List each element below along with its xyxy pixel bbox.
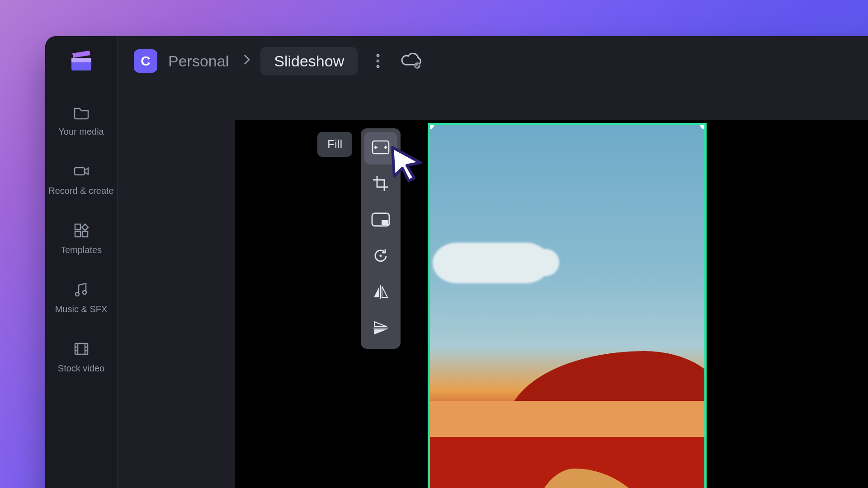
svg-rect-4 — [75, 231, 80, 237]
svg-rect-21 — [382, 220, 388, 225]
flip-vertical-icon — [372, 320, 390, 338]
sidebar-item-your-media[interactable]: Your media — [45, 96, 118, 143]
pip-button[interactable] — [364, 204, 397, 237]
svg-rect-5 — [82, 231, 88, 237]
crop-button[interactable] — [364, 168, 397, 201]
sidebar-item-templates[interactable]: Templates — [45, 214, 118, 262]
crop-icon — [372, 174, 390, 194]
rotate-button[interactable] — [364, 240, 397, 273]
sidebar-item-label: Your media — [58, 127, 104, 137]
svg-point-16 — [377, 60, 379, 62]
camera-icon — [71, 161, 91, 181]
svg-rect-1 — [71, 58, 91, 62]
breadcrumb-project[interactable]: Slideshow — [260, 47, 358, 75]
app-window: Your media Record & create Templates — [45, 36, 868, 488]
svg-point-22 — [380, 255, 382, 257]
selected-clip[interactable] — [428, 123, 707, 488]
sidebar-item-label: Music & SFX — [55, 304, 108, 314]
sidebar-item-record-create[interactable]: Record & create — [45, 155, 118, 202]
workspace-badge[interactable]: C — [134, 49, 157, 73]
preview-canvas[interactable] — [235, 120, 868, 488]
flip-horizontal-icon — [372, 284, 390, 302]
pip-icon — [371, 212, 391, 229]
svg-point-7 — [83, 291, 86, 294]
sidebar-item-label: Stock video — [58, 363, 104, 374]
svg-point-17 — [377, 65, 379, 68]
header: C Personal Slideshow — [118, 36, 868, 86]
svg-point-15 — [377, 54, 379, 57]
more-options-icon[interactable] — [376, 52, 380, 70]
cloud-sync-icon[interactable] — [400, 52, 424, 70]
folder-icon — [71, 102, 91, 122]
resize-handle-top-right[interactable] — [700, 123, 707, 130]
floating-toolbar — [361, 128, 401, 349]
sidebar-item-music-sfx[interactable]: Music & SFX — [45, 273, 118, 321]
sidebar: Your media Record & create Templates — [45, 36, 118, 488]
svg-point-6 — [75, 292, 79, 296]
svg-rect-2 — [75, 168, 85, 175]
sidebar-item-label: Record & create — [48, 186, 114, 196]
sidebar-item-stock-video[interactable]: Stock video — [45, 333, 118, 380]
app-logo-icon[interactable] — [67, 47, 96, 72]
sidebar-item-label: Templates — [61, 245, 102, 255]
fill-tooltip: Fill — [317, 132, 352, 157]
templates-icon — [71, 221, 91, 240]
fit-width-button[interactable] — [364, 132, 397, 164]
rotate-icon — [372, 247, 390, 267]
breadcrumb-workspace[interactable]: Personal — [164, 52, 233, 70]
clip-image — [433, 243, 550, 283]
resize-handle-top-left[interactable] — [428, 123, 434, 130]
film-icon — [71, 339, 91, 359]
flip-vertical-button[interactable] — [364, 313, 397, 345]
svg-point-18 — [414, 62, 420, 69]
fit-width-icon — [371, 140, 390, 157]
svg-rect-8 — [75, 343, 88, 354]
svg-rect-3 — [75, 224, 80, 230]
flip-horizontal-button[interactable] — [364, 277, 397, 309]
music-icon — [71, 280, 91, 300]
chevron-right-icon — [240, 53, 254, 70]
